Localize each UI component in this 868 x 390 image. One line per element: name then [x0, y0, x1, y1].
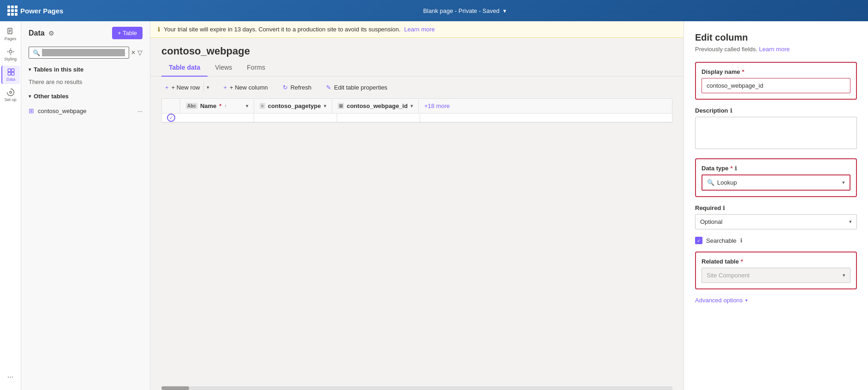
related-table-select[interactable]: Site Component ▾ — [702, 268, 850, 283]
sidebar-item-data-label: Data — [6, 77, 15, 82]
trial-banner: ℹ Your trial site will expire in 13 days… — [150, 21, 684, 38]
advanced-options-toggle[interactable]: Advanced options ▾ — [695, 297, 857, 304]
svg-rect-8 — [11, 72, 14, 75]
row-cell-name — [180, 114, 254, 122]
col-chevron-pagetype[interactable]: ▾ — [324, 103, 326, 108]
tables-in-site-section[interactable]: ▾ Tables in this site — [21, 62, 150, 77]
plus-icon: + — [165, 84, 169, 91]
search-input[interactable] — [42, 49, 125, 56]
new-column-button[interactable]: + + New column — [220, 82, 271, 93]
col-chevron-name[interactable]: ▾ — [246, 103, 248, 108]
required-label-text: Required ℹ — [695, 204, 857, 211]
new-col-plus-icon: + — [223, 84, 227, 91]
table-toolbar: + + New row ▾ + + New column ↻ Refresh ✎… — [150, 77, 684, 98]
tab-views[interactable]: Views — [208, 59, 239, 77]
display-name-input[interactable] — [702, 78, 850, 93]
data-settings-icon[interactable]: ⚙ — [48, 30, 54, 37]
panel-learn-more-link[interactable]: Learn more — [759, 46, 790, 53]
svg-rect-5 — [8, 69, 11, 72]
data-type-info-icon[interactable]: ℹ — [735, 165, 737, 172]
row-checkbox[interactable]: ✓ — [162, 114, 180, 122]
tab-forms[interactable]: Forms — [239, 59, 273, 77]
panel-title: Edit column — [695, 32, 857, 43]
table-item-contoso[interactable]: ⊞ contoso_webpage ··· — [21, 103, 150, 118]
more-columns-label[interactable]: +18 more — [419, 99, 455, 113]
data-type-search-icon: 🔍 — [707, 179, 714, 186]
tables-in-site-label: Tables in this site — [34, 66, 83, 73]
trial-learn-more-link[interactable]: Learn more — [404, 26, 434, 33]
required-info-icon[interactable]: ℹ — [723, 205, 725, 211]
description-input[interactable] — [695, 117, 857, 149]
tables-in-site-arrow: ▾ — [29, 67, 31, 72]
main-layout: Pages Styling Data Set up ··· Data ⚙ + T… — [0, 21, 868, 390]
scrollbar-thumb[interactable] — [161, 386, 189, 390]
sidebar-item-pages[interactable]: Pages — [1, 25, 20, 43]
display-name-label-text: Display name * — [702, 68, 850, 75]
sidebar-item-setup[interactable]: Set up — [1, 86, 20, 104]
data-sidebar-header: Data ⚙ + Table — [21, 21, 150, 45]
grid-header: Abc Name * ↑ ▾ ≡ contoso_pagetype ▾ ⊞ co… — [161, 98, 672, 113]
col-icon-webpageid: ⊞ — [338, 103, 344, 109]
svg-rect-6 — [11, 69, 14, 72]
data-type-group: Data type * ℹ 🔍 Lookup ▾ — [695, 158, 857, 197]
col-chevron-webpageid[interactable]: ▾ — [410, 103, 413, 108]
col-label-webpageid: contoso_webpage_id — [347, 102, 408, 109]
data-sidebar: Data ⚙ + Table 🔍 ✕ ▽ ▾ Tables in this si… — [21, 21, 150, 390]
refresh-button[interactable]: ↻ Refresh — [279, 82, 315, 93]
sidebar-item-more[interactable]: ··· — [1, 368, 20, 386]
related-table-label-text: Related table * — [702, 258, 850, 265]
refresh-label: Refresh — [291, 84, 312, 91]
grid-header-webpageid[interactable]: ⊞ contoso_webpage_id ▾ — [332, 99, 419, 113]
table-item-icon: ⊞ — [29, 107, 34, 114]
new-row-button[interactable]: + + New row — [161, 82, 203, 93]
sidebar-item-styling[interactable]: Styling — [1, 45, 20, 64]
searchable-info-icon[interactable]: ℹ — [740, 237, 743, 244]
data-type-select[interactable]: 🔍 Lookup ▾ — [702, 174, 850, 191]
page-title-chevron[interactable]: ▾ — [503, 7, 506, 14]
searchable-checkbox[interactable]: ✓ — [695, 237, 702, 244]
description-info-icon[interactable]: ℹ — [730, 108, 732, 114]
sidebar-item-data[interactable]: Data — [1, 66, 20, 84]
table-grid: Abc Name * ↑ ▾ ≡ contoso_pagetype ▾ ⊞ co… — [161, 98, 672, 386]
other-tables-section[interactable]: ▾ Other tables — [21, 89, 150, 103]
table-area: contoso_webpage Table data Views Forms +… — [150, 38, 684, 390]
svg-rect-7 — [8, 72, 11, 75]
data-type-chevron: ▾ — [842, 180, 845, 186]
col-sort-icon[interactable]: ↑ — [224, 103, 226, 108]
related-table-chevron: ▾ — [843, 272, 845, 278]
svg-point-9 — [9, 91, 12, 94]
table-row: ✓ — [162, 114, 672, 122]
waffle-icon[interactable] — [7, 6, 17, 16]
add-table-button[interactable]: + Table — [112, 27, 143, 39]
app-logo: Power Pages — [7, 6, 63, 16]
other-tables-label: Other tables — [34, 93, 69, 100]
edit-table-props-button[interactable]: ✎ Edit table properties — [322, 82, 391, 93]
horizontal-scrollbar[interactable] — [161, 386, 672, 390]
search-box: 🔍 — [29, 47, 129, 59]
more-icon: ··· — [7, 373, 13, 381]
refresh-icon: ↻ — [283, 84, 288, 91]
edit-table-props-label: Edit table properties — [334, 84, 387, 91]
trial-info-icon: ℹ — [158, 26, 160, 33]
filter-icon[interactable]: ▽ — [137, 49, 143, 56]
search-clear-icon[interactable]: ✕ — [131, 49, 136, 56]
required-chevron: ▾ — [849, 219, 852, 225]
grid-header-pagetype[interactable]: ≡ contoso_pagetype ▾ — [254, 99, 332, 113]
grid-header-checkbox — [162, 99, 180, 113]
row-cell-webpageid — [337, 114, 420, 122]
required-value: Optional — [700, 218, 722, 225]
tab-table-data[interactable]: Table data — [161, 59, 208, 77]
row-cell-pagetype — [254, 114, 337, 122]
data-type-label-text: Data type * ℹ — [702, 165, 850, 172]
data-type-value: Lookup — [717, 179, 737, 186]
new-column-label: + New column — [230, 84, 268, 91]
new-row-split-icon[interactable]: ▾ — [203, 83, 212, 92]
required-select[interactable]: Optional ▾ — [695, 214, 857, 229]
no-results-text: There are no results — [21, 77, 150, 89]
searchable-group: ✓ Searchable ℹ — [695, 237, 857, 244]
panel-subtitle-text: Previously called fields. — [695, 46, 757, 53]
table-item-more-icon[interactable]: ··· — [137, 108, 143, 114]
grid-header-name[interactable]: Abc Name * ↑ ▾ — [180, 99, 254, 113]
new-row-label: + New row — [172, 84, 200, 91]
svg-point-4 — [9, 50, 12, 53]
